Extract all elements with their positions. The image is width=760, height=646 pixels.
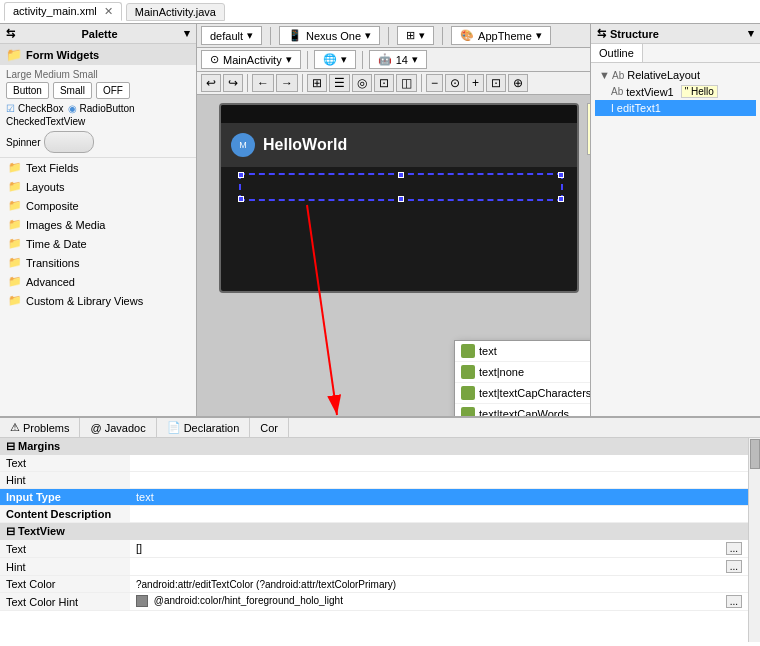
outline-tree: ▼ Ab RelativeLayout Ab textView1 " Hello… xyxy=(591,63,760,120)
status-bar xyxy=(221,105,577,123)
next-btn[interactable]: → xyxy=(276,74,298,92)
section-layouts[interactable]: 📁 Layouts xyxy=(0,177,196,196)
bottom-tab-bar: ⚠ Problems @ Javadoc 📄 Declaration Cor xyxy=(0,418,760,438)
dropdown-item-text-none[interactable]: text|none xyxy=(455,362,590,383)
section-composite[interactable]: 📁 Composite xyxy=(0,196,196,215)
section-transitions[interactable]: 📁 Transitions xyxy=(0,253,196,272)
palette-menu-icon[interactable]: ▾ xyxy=(184,27,190,40)
locale-dropdown[interactable]: 🌐 ▾ xyxy=(314,50,356,69)
palette-header: ⇆ Palette ▾ xyxy=(0,24,196,44)
colorhint-ellipsis-btn[interactable]: ... xyxy=(726,595,742,608)
hint-prop-label: Hint xyxy=(0,472,130,489)
screen-size-btn[interactable]: ⊞ ▾ xyxy=(397,26,434,45)
selection-handle-b xyxy=(398,196,404,202)
section-text-fields[interactable]: 📁 Text Fields xyxy=(0,158,196,177)
sep2 xyxy=(362,51,363,69)
sep2 xyxy=(302,74,303,92)
folder-icon: 📁 xyxy=(8,237,22,250)
button-widget[interactable]: Button xyxy=(6,82,49,99)
properties-table: ⊟ Margins Text Hint Input Type te xyxy=(0,438,748,611)
dropdown-item-text[interactable]: text xyxy=(455,341,590,362)
device-arrow: ▾ xyxy=(365,29,371,42)
layout-btn3[interactable]: ◫ xyxy=(396,74,417,92)
zoom-full-btn[interactable]: ⊕ xyxy=(508,74,528,92)
undo-btn[interactable]: ↩ xyxy=(201,74,221,92)
javadoc-tab[interactable]: @ Javadoc xyxy=(80,418,156,437)
properties-content: ⊟ Margins Text Hint Input Type te xyxy=(0,438,760,642)
tree-item-relativelayout[interactable]: ▼ Ab RelativeLayout xyxy=(595,67,756,83)
layout-btn2[interactable]: ⊡ xyxy=(374,74,394,92)
properties-scrollbar[interactable] xyxy=(748,438,760,642)
android-icon xyxy=(461,386,475,400)
dropdown-arrow: ▾ xyxy=(247,29,253,42)
properties-scroll[interactable]: ⊟ Margins Text Hint Input Type te xyxy=(0,438,748,642)
text-ellipsis-btn[interactable]: ... xyxy=(726,542,742,555)
declaration-tab[interactable]: 📄 Declaration xyxy=(157,418,251,437)
tv-text-value: [] ... xyxy=(130,540,748,558)
layout-opt-btn[interactable]: ◎ xyxy=(352,74,372,92)
textview-section-label: TextView xyxy=(18,525,65,537)
tv-colorhint-label: Text Color Hint xyxy=(0,593,130,611)
activity-dropdown[interactable]: ⊙ MainActivity ▾ xyxy=(201,50,301,69)
tv-textcolor-row: Text Color ?android:attr/editTextColor (… xyxy=(0,576,748,593)
content-desc-prop-value xyxy=(130,506,748,523)
folder-icon: 📁 xyxy=(8,218,22,231)
sep3 xyxy=(421,74,422,92)
input-type-prop-row[interactable]: Input Type text xyxy=(0,489,748,506)
spinner-visual[interactable] xyxy=(44,131,94,153)
folder-icon: 📁 xyxy=(6,47,22,62)
section-advanced[interactable]: 📁 Advanced xyxy=(0,272,196,291)
layout-dropdown[interactable]: default ▾ xyxy=(201,26,262,45)
zoom-fit-btn[interactable]: ⊡ xyxy=(486,74,506,92)
small-widget[interactable]: Small xyxy=(53,82,92,99)
section-form-widgets: 📁 Form Widgets Large Medium Small Button… xyxy=(0,44,196,158)
section-images-media[interactable]: 📁 Images & Media xyxy=(0,215,196,234)
cor-tab[interactable]: Cor xyxy=(250,418,289,437)
tree-item-textview1[interactable]: Ab textView1 " Hello xyxy=(595,83,756,100)
tab-activity-main-xml[interactable]: activity_main.xml ✕ xyxy=(4,2,122,21)
spinner-row: Spinner xyxy=(6,131,190,153)
section-time-date[interactable]: 📁 Time & Date xyxy=(0,234,196,253)
dropdown-item-cap-chars[interactable]: text|textCapCharacters xyxy=(455,383,590,404)
close-tab-icon[interactable]: ✕ xyxy=(104,5,113,17)
widget-size-label: Large Medium Small xyxy=(6,69,190,80)
hint-ellipsis-btn[interactable]: ... xyxy=(726,560,742,573)
android-icon: 🤖 xyxy=(378,53,392,66)
button-row: Button Small OFF xyxy=(6,82,190,99)
device-icon: 📱 xyxy=(288,29,302,42)
problems-tab[interactable]: ⚠ Problems xyxy=(0,418,80,437)
folder-icon: 📁 xyxy=(8,256,22,269)
zoom-in-btn[interactable]: + xyxy=(467,74,484,92)
panel-tabs: Outline xyxy=(591,44,760,63)
second-toolbar: ⊙ MainActivity ▾ 🌐 ▾ 🤖 14 ▾ xyxy=(197,48,590,72)
checkbox-widget[interactable]: ☑ CheckBox xyxy=(6,103,64,114)
api-arrow: ▾ xyxy=(412,53,418,66)
folder-icon: 📁 xyxy=(8,180,22,193)
sep xyxy=(247,74,248,92)
section-form-widgets-header[interactable]: 📁 Form Widgets xyxy=(0,44,196,65)
folder-icon: 📁 xyxy=(8,294,22,307)
color-swatch xyxy=(136,595,148,607)
redo-btn[interactable]: ↪ xyxy=(223,74,243,92)
folder-icon: 📁 xyxy=(8,199,22,212)
input-type-prop-value: text xyxy=(130,489,748,506)
selection-handle-br xyxy=(558,196,564,202)
theme-dropdown[interactable]: 🎨 AppTheme ▾ xyxy=(451,26,551,45)
radiobutton-widget[interactable]: ◉ RadioButton xyxy=(68,103,135,114)
prev-btn[interactable]: ← xyxy=(252,74,274,92)
device-dropdown[interactable]: 📱 Nexus One ▾ xyxy=(279,26,380,45)
tv-colorhint-value: @android:color/hint_foreground_holo_ligh… xyxy=(130,593,748,611)
api-dropdown[interactable]: 🤖 14 ▾ xyxy=(369,50,427,69)
layout-grid-btn[interactable]: ⊞ xyxy=(307,74,327,92)
zoom-reset-btn[interactable]: ⊙ xyxy=(445,74,465,92)
scrollbar-thumb xyxy=(750,439,760,469)
tree-item-edittext1[interactable]: I editText1 xyxy=(595,100,756,116)
section-custom-library[interactable]: 📁 Custom & Library Views xyxy=(0,291,196,310)
outline-tab[interactable]: Outline xyxy=(591,44,643,62)
toggle-widget[interactable]: OFF xyxy=(96,82,130,99)
layout-list-btn[interactable]: ☰ xyxy=(329,74,350,92)
tab-mainactivity-java[interactable]: MainActivity.java xyxy=(126,3,225,21)
activity-icon: ⊙ xyxy=(210,53,219,66)
zoom-out-btn[interactable]: − xyxy=(426,74,443,92)
structure-menu-icon[interactable]: ▾ xyxy=(748,27,754,40)
